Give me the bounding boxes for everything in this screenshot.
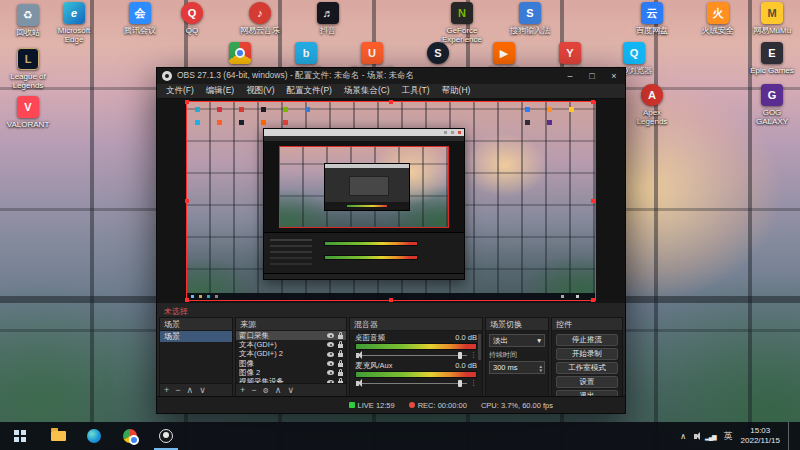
tray-clock[interactable]: 15:03 2022/11/15 <box>741 426 780 447</box>
desktop-icon-baidu-netdisk[interactable]: 云 百度网盘 <box>628 2 676 35</box>
menu-view[interactable]: 视图(V) <box>240 85 280 97</box>
transitions-body: 淡出 ▾ 持续时间 300 ms ▴ ▾ <box>486 331 548 396</box>
lock-icon[interactable] <box>338 363 343 367</box>
desktop-icon-douyin[interactable]: ♬ 抖音 <box>304 2 352 35</box>
desktop-icon-sogou[interactable]: S 搜狗输入法 <box>506 2 554 35</box>
desktop-icon-netease-music[interactable]: ♪ 网易云音乐 <box>236 2 284 35</box>
captured-source-level-1[interactable] <box>187 102 595 300</box>
minimize-button[interactable]: – <box>559 68 581 84</box>
mini-window-buttons <box>458 131 461 134</box>
lock-icon[interactable] <box>338 335 343 339</box>
desktop-icon-label: Epic Games <box>748 66 796 75</box>
taskbar-chrome[interactable] <box>112 422 148 450</box>
slider-track[interactable] <box>362 355 467 356</box>
lock-icon[interactable] <box>338 372 343 376</box>
desktop-icon-lol[interactable]: L League of Legends <box>4 48 52 90</box>
visibility-eye-icon[interactable] <box>327 361 334 366</box>
spin-down-icon[interactable]: ▾ <box>539 368 542 372</box>
channel-menu-icon[interactable]: ⋮ <box>470 379 477 387</box>
menu-help[interactable]: 帮助(H) <box>436 85 477 97</box>
desktop-icon-label: 回收站 <box>4 28 52 37</box>
desktop-icon-valorant[interactable]: V VALORANT <box>4 96 52 129</box>
source-row[interactable]: 图像 2 <box>236 368 346 377</box>
sources-dock-title: 来源 <box>236 318 346 331</box>
lock-icon[interactable] <box>338 344 343 348</box>
desktop-icon-label: League of Legends <box>4 72 52 90</box>
desktop-icon-tencent-meeting[interactable]: 会 腾讯会议 <box>116 2 164 35</box>
desktop-icon-gog[interactable]: G GOG GALAXY <box>748 84 796 126</box>
channel-menu-icon[interactable]: ⋮ <box>470 351 477 359</box>
mixer-dock-title: 混音器 <box>350 318 482 331</box>
menu-tools[interactable]: 工具(T) <box>396 85 436 97</box>
studio-mode-button[interactable]: 工作室模式 <box>556 362 618 374</box>
stop-streaming-button[interactable]: 停止推流 <box>556 334 618 346</box>
visibility-eye-icon[interactable] <box>327 352 334 357</box>
volume-slider[interactable]: ⋮ <box>355 379 477 387</box>
visibility-eye-icon[interactable] <box>327 333 334 338</box>
tray-ime-indicator[interactable]: 英 <box>724 430 733 443</box>
desktop-icon-huorong[interactable]: 火 火绒安全 <box>694 2 742 35</box>
speaker-icon[interactable] <box>356 381 359 386</box>
visibility-eye-icon[interactable] <box>327 370 334 375</box>
tray-network-icon[interactable]: ▂▄▆ <box>705 433 715 440</box>
remove-source-button[interactable]: − <box>251 386 256 395</box>
desktop-icon-mumu[interactable]: M 网易MuMu <box>748 2 796 35</box>
slider-knob[interactable] <box>458 352 462 359</box>
source-row[interactable]: 文本(GDI+) <box>236 340 346 349</box>
source-row[interactable]: 文本(GDI+) 2 <box>236 350 346 359</box>
scene-down-button[interactable]: ∨ <box>199 386 206 395</box>
settings-button[interactable]: 设置 <box>556 376 618 388</box>
menu-edit[interactable]: 编辑(E) <box>200 85 240 97</box>
source-down-button[interactable]: ∨ <box>287 386 294 395</box>
visibility-eye-icon[interactable] <box>327 342 334 347</box>
remove-scene-button[interactable]: − <box>175 386 180 395</box>
start-button[interactable] <box>0 422 40 450</box>
scene-row[interactable]: 场景 <box>160 331 232 342</box>
speaker-icon[interactable] <box>356 353 359 358</box>
source-row[interactable]: 视频采集设备 <box>236 377 346 383</box>
notification-center-button[interactable] <box>788 422 794 450</box>
menu-scene-collection[interactable]: 场景集合(C) <box>338 85 396 97</box>
mini-source-list <box>270 239 312 241</box>
taskbar-obs[interactable] <box>148 422 184 450</box>
desktop-icon-recycle-bin[interactable]: ♻ 回收站 <box>4 4 52 37</box>
visibility-eye-icon[interactable] <box>327 380 334 383</box>
spinner-arrows[interactable]: ▴ ▾ <box>539 364 542 372</box>
source-up-button[interactable]: ∧ <box>275 386 282 395</box>
duration-spinner[interactable]: 300 ms ▴ ▾ <box>489 361 545 374</box>
transition-select[interactable]: 淡出 ▾ <box>489 334 545 347</box>
menu-file[interactable]: 文件(F) <box>160 85 200 97</box>
menu-profile[interactable]: 配置文件(P) <box>281 85 338 97</box>
desktop-icon-geforce[interactable]: N GeForce Experience <box>438 2 486 44</box>
obs-titlebar[interactable]: OBS 27.1.3 (64-bit, windows) - 配置文件: 未命名… <box>157 68 625 84</box>
icon-glyph: S <box>434 47 441 59</box>
slider-knob[interactable] <box>458 380 462 387</box>
steam-icon: S <box>427 42 449 64</box>
icon-glyph: Q <box>630 47 639 59</box>
tray-volume-icon[interactable] <box>694 434 697 439</box>
add-scene-button[interactable]: + <box>164 386 169 395</box>
windows-logo-icon <box>14 430 26 442</box>
taskbar-file-explorer[interactable] <box>40 422 76 450</box>
desktop-icon-epic[interactable]: E Epic Games <box>748 42 796 75</box>
taskbar-edge[interactable] <box>76 422 112 450</box>
icon-glyph: M <box>767 7 776 19</box>
taskbar: ∧ ▂▄▆ 英 15:03 2022/11/15 <box>0 422 800 450</box>
desktop-icon-apex[interactable]: A Apex Legends <box>628 84 676 126</box>
desktop-icon-edge[interactable]: e Microsoft Edge <box>50 2 98 44</box>
scene-up-button[interactable]: ∧ <box>187 386 194 395</box>
desktop-icon-qq[interactable]: Q QQ <box>168 2 216 35</box>
source-row[interactable]: 窗口采集 <box>236 331 346 340</box>
source-properties-gear-icon[interactable]: ⚙ <box>263 387 269 394</box>
lock-icon[interactable] <box>338 353 343 357</box>
slider-track[interactable] <box>362 383 467 384</box>
tray-chevron-up-icon[interactable]: ∧ <box>680 432 686 441</box>
volume-slider[interactable]: ⋮ <box>355 351 477 359</box>
close-button[interactable]: × <box>603 68 625 84</box>
selection-handles[interactable] <box>185 100 189 104</box>
start-recording-button[interactable]: 开始录制 <box>556 348 618 360</box>
add-source-button[interactable]: + <box>240 386 245 395</box>
maximize-button[interactable]: □ <box>581 68 603 84</box>
lock-icon[interactable] <box>338 381 343 383</box>
source-row[interactable]: 图像 <box>236 359 346 368</box>
